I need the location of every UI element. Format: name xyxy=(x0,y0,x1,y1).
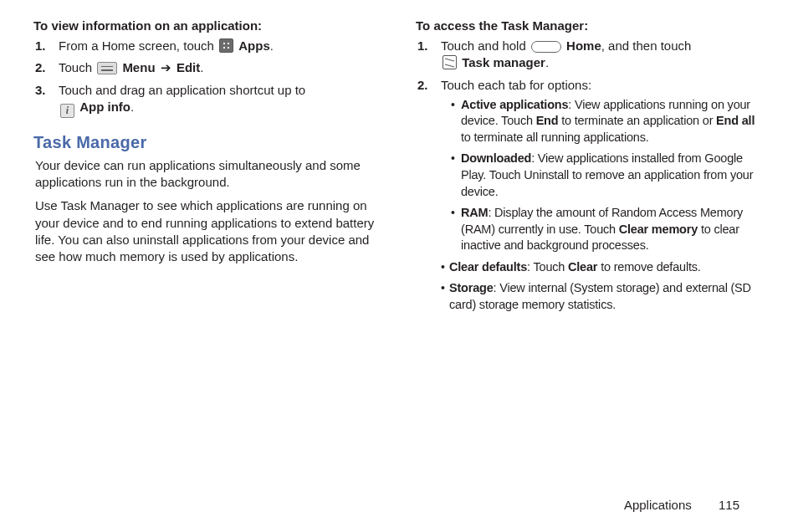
step-2-prefix: Touch xyxy=(59,60,95,74)
bullet-ram: RAM: Display the amount of Random Access… xyxy=(451,205,765,254)
access-step-1: 1. Touch and hold Home, and then touch T… xyxy=(436,38,765,72)
footer-section: Applications xyxy=(624,498,692,512)
page-footer: Applications 115 xyxy=(624,498,739,512)
menu-icon xyxy=(97,62,117,74)
step-3-period: . xyxy=(130,100,134,114)
storage-label: Storage xyxy=(449,281,494,294)
right-column: To access the Task Manager: 1. Touch and… xyxy=(416,17,765,319)
access-steps: 1. Touch and hold Home, and then touch T… xyxy=(416,38,765,314)
clear-memory-label: Clear memory xyxy=(619,223,698,236)
ram-label: RAM xyxy=(461,206,488,219)
home-icon xyxy=(531,41,561,53)
info-icon: i xyxy=(60,104,74,118)
b5-rest: : View internal (System storage) and ext… xyxy=(449,281,751,311)
step-3: 3. Touch and drag an application shortcu… xyxy=(54,82,382,118)
step-3-line1: Touch and drag an application shortcut u… xyxy=(59,83,305,97)
bullet-active-apps: Active applications: View applications r… xyxy=(451,97,765,146)
access-task-mgr-heading: To access the Task Manager: xyxy=(416,18,765,33)
access-step-1-prefix: Touch and hold xyxy=(441,38,529,53)
apps-icon xyxy=(219,38,233,53)
access-step-1-period: . xyxy=(545,55,549,69)
b1-tail: to terminate all running applications. xyxy=(461,130,649,144)
bullet-clear-defaults: Clear defaults: Touch Clear to remove de… xyxy=(441,259,765,276)
end-label: End xyxy=(536,114,559,127)
access-step-2-text: Touch each tab for options: xyxy=(441,78,591,92)
view-info-steps: 1. From a Home screen, touch Apps. 2. To… xyxy=(33,38,382,118)
home-label: Home xyxy=(566,38,601,53)
step-1-period: . xyxy=(270,38,274,53)
left-column: To view information on an application: 1… xyxy=(33,17,382,319)
b1-mid: to terminate an application or xyxy=(558,114,716,127)
step-2-period: . xyxy=(200,60,203,74)
access-step-1-then: , and then touch xyxy=(601,38,692,53)
task-manager-icon xyxy=(442,55,457,69)
app-info-label: App info xyxy=(79,100,130,114)
clear-label: Clear xyxy=(568,260,597,274)
b4-rest: : Touch xyxy=(527,260,568,274)
bullet-downloaded: Downloaded: View applications installed … xyxy=(451,151,765,200)
downloaded-label: Downloaded xyxy=(461,151,531,165)
step-1: 1. From a Home screen, touch Apps. xyxy=(54,38,382,54)
step-1-prefix: From a Home screen, touch xyxy=(59,38,217,53)
task-mgr-para-1: Your device can run applications simulta… xyxy=(33,157,382,192)
step-2: 2. Touch Menu ➔ Edit. xyxy=(54,59,382,76)
task-mgr-para-2: Use Task Manager to see which applicatio… xyxy=(33,197,382,265)
task-manager-label: Task manager xyxy=(462,55,545,69)
arrow-icon: ➔ xyxy=(159,60,173,74)
view-info-heading: To view information on an application: xyxy=(33,18,382,33)
tab-options-list: Active applications: View applications r… xyxy=(441,97,765,254)
tab-options-list-2: Clear defaults: Touch Clear to remove de… xyxy=(441,259,765,314)
clear-defaults-label: Clear defaults xyxy=(449,260,527,274)
bullet-storage: Storage: View internal (System storage) … xyxy=(441,280,765,313)
active-apps-label: Active applications xyxy=(461,98,568,111)
end-all-label: End all xyxy=(716,114,755,127)
b4-tail: to remove defaults. xyxy=(597,260,700,274)
access-step-2: 2. Touch each tab for options: Active ap… xyxy=(436,77,765,314)
apps-label: Apps xyxy=(238,38,270,53)
menu-label: Menu xyxy=(122,60,155,74)
task-manager-title: Task Manager xyxy=(33,133,382,152)
edit-label: Edit xyxy=(176,60,200,74)
page-number: 115 xyxy=(719,498,739,512)
